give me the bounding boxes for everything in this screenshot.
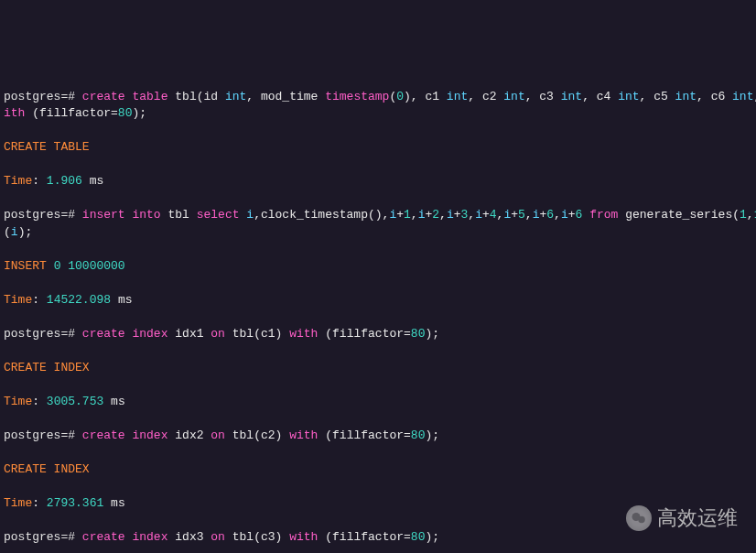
resp-insert: INSERT 0 10000000 — [4, 258, 752, 276]
kw-table: table — [132, 90, 167, 103]
prompt: postgres=# — [4, 90, 75, 103]
line-idx2: postgres=# create index idx2 on tbl(c2) … — [4, 428, 752, 445]
resp-idx1: CREATE INDEX — [4, 360, 752, 377]
svg-point-1 — [638, 516, 645, 524]
line-insert: postgres=# insert into tbl select i,cloc… — [4, 207, 752, 241]
resp-create-table: CREATE TABLE — [4, 139, 752, 157]
watermark-text: 高效运维 — [657, 510, 738, 527]
tbl-name: tbl — [175, 90, 196, 103]
line-idx3: postgres=# create index idx3 on tbl(c3) … — [4, 529, 752, 547]
kw-create: create — [82, 90, 125, 103]
time-create-table: Time: 1.906 ms — [4, 173, 752, 190]
watermark: 高效运维 — [626, 505, 738, 531]
line-create-table: postgres=# create table tbl(id int, mod_… — [4, 89, 752, 123]
wechat-icon — [626, 505, 652, 531]
line-idx1: postgres=# create index idx1 on tbl(c1) … — [4, 326, 752, 343]
time-idx1: Time: 3005.753 ms — [4, 394, 752, 411]
resp-idx2: CREATE INDEX — [4, 461, 752, 479]
terminal-output: postgres=# create table tbl(id int, mod_… — [4, 71, 752, 553]
time-insert: Time: 14522.098 ms — [4, 292, 752, 309]
